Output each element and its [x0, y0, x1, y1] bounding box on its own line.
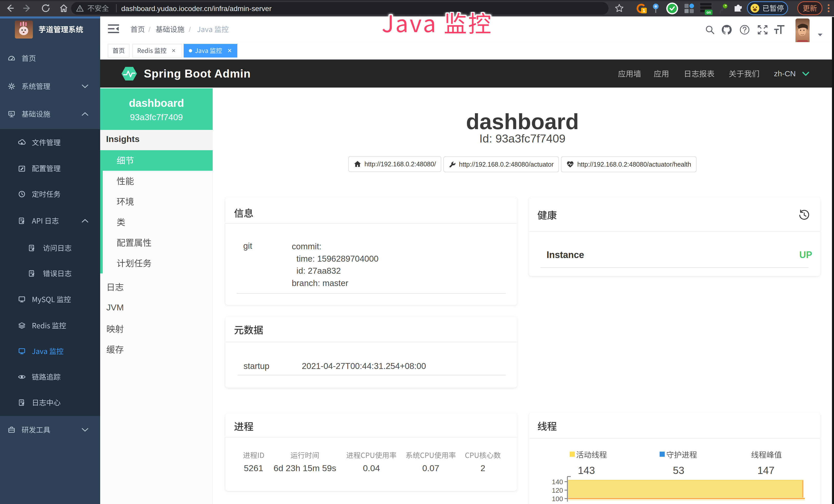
svg-text:on: on	[706, 10, 711, 15]
svg-text:1: 1	[643, 8, 645, 13]
